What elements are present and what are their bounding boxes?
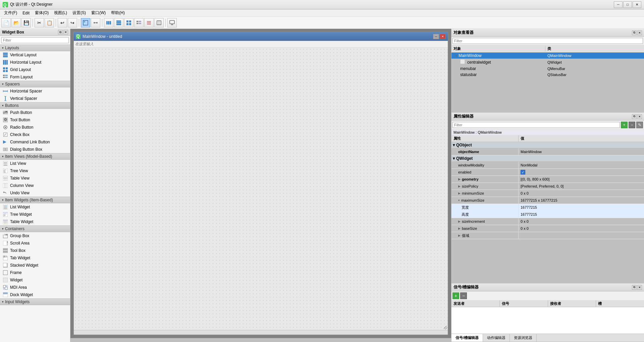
prop-row-height[interactable]: 高度 16777215 (451, 211, 644, 218)
widget-tree-widget[interactable]: Tree Widget (0, 211, 70, 218)
prop-row-geometry[interactable]: ▶geometry [(0, 0), 800 x 600] (451, 176, 644, 183)
toolbar-cut-button[interactable]: ✂ (35, 18, 44, 27)
category-input-widgets[interactable]: ▾ Input Widgets (0, 298, 70, 305)
object-inspector-close-button[interactable]: ✕ (637, 30, 642, 35)
widget-vertical-spacer[interactable]: Vertical Spacer (0, 95, 70, 102)
prop-group-qwidget[interactable]: ▾ QWidget (451, 155, 644, 162)
widget-widget[interactable]: Widget (0, 276, 70, 284)
signal-editor-float-button[interactable]: ⧉ (632, 285, 637, 290)
widget-command-link-button[interactable]: Command Link Button (0, 138, 70, 146)
widget-table-view[interactable]: Table View (0, 175, 70, 182)
widget-check-box[interactable]: ✓ Check Box (0, 131, 70, 138)
property-minus-button[interactable]: − (629, 122, 635, 128)
enabled-checkbox[interactable]: ✓ (521, 170, 525, 175)
property-add-button[interactable]: + (621, 122, 628, 128)
close-button[interactable]: ✕ (633, 1, 641, 8)
toolbar-layout-v-button[interactable] (114, 18, 123, 27)
widget-radio-button[interactable]: Radio Button (0, 124, 70, 131)
toolbar-preview-button[interactable] (167, 18, 177, 27)
menu-settings[interactable]: 设置(S) (70, 9, 89, 16)
menu-help[interactable]: 帮助(H) (108, 9, 127, 16)
widget-box-float-button[interactable]: ⧉ (58, 30, 63, 35)
obj-row-mainwindow[interactable]: ▾ MainWindow QMainWindow (451, 53, 644, 59)
menu-window[interactable]: 窗口(W) (89, 9, 108, 16)
main-window-menu-hint[interactable]: 在这里输入 (75, 42, 94, 47)
menu-view[interactable]: 视图(L) (51, 9, 70, 16)
toolbar-widget-editor-button[interactable] (81, 18, 90, 27)
widget-list-widget[interactable]: List Widget (0, 203, 70, 211)
tab-signal-slot-editor[interactable]: 信号/槽编辑器 (451, 334, 483, 342)
menu-edit[interactable]: Edit (20, 10, 32, 16)
prop-row-width[interactable]: 宽度 16777215 (451, 204, 644, 211)
widget-form-layout[interactable]: Form Layout (0, 73, 70, 81)
obj-row-menubar[interactable]: menubar QMenuBar (451, 66, 644, 72)
prop-row-windowmodality[interactable]: windowModality NonModal (451, 162, 644, 169)
widget-box-filter[interactable] (1, 37, 69, 43)
category-layouts[interactable]: ▾ Layouts (0, 45, 70, 51)
property-editor-float-button[interactable]: ⧉ (632, 114, 637, 119)
toolbar-adjust-size-button[interactable] (154, 18, 164, 27)
main-window-canvas[interactable] (74, 48, 448, 330)
object-inspector-float-button[interactable]: ⧉ (632, 30, 637, 35)
resize-handle[interactable] (444, 326, 447, 329)
design-area-scrollbar[interactable] (70, 338, 451, 342)
menu-file[interactable]: 文件(F) (1, 9, 20, 16)
main-window-close-button[interactable]: ✕ (440, 34, 446, 39)
widget-list-view[interactable]: List View (0, 160, 70, 167)
property-editor-close-button[interactable]: ✕ (637, 114, 642, 119)
widget-dialog-button-box[interactable]: Dialog Button Box (0, 146, 70, 153)
widget-push-button[interactable]: OK Push Button (0, 109, 70, 116)
obj-row-centralwidget[interactable]: centralwidget QWidget (451, 59, 644, 66)
maximize-button[interactable]: □ (623, 1, 632, 8)
toolbar-break-layout-button[interactable] (144, 18, 154, 27)
widget-group-box[interactable]: Title Group Box (0, 232, 70, 240)
widget-tree-view[interactable]: Tree View (0, 167, 70, 175)
prop-group-qobject[interactable]: ▾ QObject (451, 142, 644, 148)
toolbar-layout-form-button[interactable] (134, 18, 144, 27)
widget-column-view[interactable]: Column View (0, 182, 70, 189)
widget-horizontal-spacer[interactable]: Horizontal Spacer (0, 87, 70, 95)
widget-grid-layout[interactable]: Grid Layout (0, 66, 70, 73)
toolbar-new-button[interactable]: 📄 (1, 18, 11, 27)
widget-dock-widget[interactable]: Dock Widget (0, 291, 70, 298)
main-window-minimize-button[interactable]: ─ (433, 34, 439, 39)
widget-vertical-layout[interactable]: Vertical Layout (0, 51, 70, 59)
minimize-button[interactable]: ─ (614, 1, 623, 8)
prop-row-objectname[interactable]: objectName MainWindow (451, 148, 644, 155)
prop-row-sizeincrement[interactable]: ▶sizeIncrement 0 x 0 (451, 218, 644, 225)
signal-add-button[interactable]: + (452, 292, 459, 299)
tab-resource-browser[interactable]: 资源浏览器 (510, 334, 537, 342)
obj-row-statusbar[interactable]: statusbar QStatusBar (451, 72, 644, 78)
toolbar-signal-editor-button[interactable] (91, 18, 100, 27)
toolbar-copy-button[interactable]: 📋 (45, 18, 54, 27)
tab-action-editor[interactable]: 动作编辑器 (483, 334, 510, 342)
property-pencil-button[interactable]: ✎ (636, 122, 643, 128)
category-buttons[interactable]: ▾ Buttons (0, 102, 70, 109)
widget-mdi-area[interactable]: MDI Area (0, 284, 70, 291)
main-window-menubar[interactable]: 在这里输入 (74, 41, 448, 48)
property-filter-input[interactable] (452, 122, 620, 128)
toolbar-undo-button[interactable]: ↩ (58, 18, 67, 27)
widget-frame[interactable]: Frame (0, 269, 70, 276)
signal-editor-close-button[interactable]: ✕ (637, 285, 642, 290)
toolbar-layout-grid-button[interactable] (124, 18, 133, 27)
category-spacers[interactable]: ▾ Spacers (0, 81, 70, 87)
toolbar-redo-button[interactable]: ↪ (68, 18, 77, 27)
prop-row-basesize[interactable]: ▶baseSize 0 x 0 (451, 225, 644, 232)
widget-box-close-button[interactable]: ✕ (63, 30, 68, 35)
category-item-widgets[interactable]: ▾ Item Widgets (Item-Based) (0, 197, 70, 203)
object-inspector-filter[interactable] (452, 38, 643, 44)
widget-horizontal-layout[interactable]: Horizontal Layout (0, 59, 70, 66)
widget-tool-box[interactable]: Tool Box (0, 247, 70, 254)
prop-row-minimumsize[interactable]: ▶minimumSize 0 x 0 (451, 190, 644, 197)
widget-table-widget[interactable]: Table Widget (0, 218, 70, 225)
prop-row-enabled[interactable]: enabled ✓ (451, 169, 644, 176)
widget-tab-widget[interactable]: Tab Widget (0, 254, 70, 262)
widget-stacked-widget[interactable]: Stacked Widget (0, 262, 70, 269)
menu-form[interactable]: 窗体(O) (32, 9, 51, 16)
prop-row-palette[interactable]: ▶值域 (451, 232, 644, 239)
widget-undo-view[interactable]: Undo View (0, 189, 70, 197)
toolbar-save-button[interactable]: 💾 (21, 18, 31, 27)
prop-row-maximumsize[interactable]: ▾maximumSize 16777215 x 16777215 (451, 197, 644, 204)
toolbar-open-button[interactable]: 📂 (11, 18, 21, 27)
